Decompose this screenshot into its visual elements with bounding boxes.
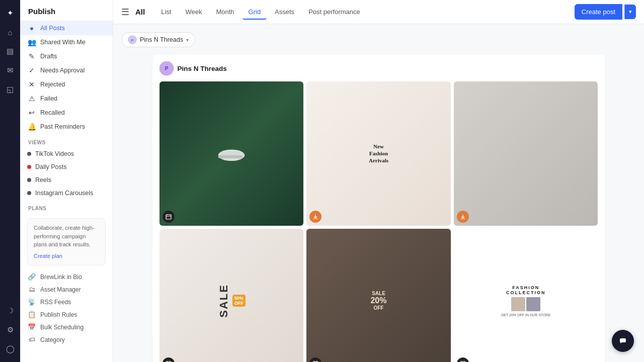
brewlink-icon: 🔗 [27,273,36,281]
post-cell[interactable] [454,81,598,226]
post-cell[interactable]: FASHIONCOLLECTION GET 20% OFF IN OUR STO… [454,229,598,362]
approval-icon: ✓ [27,66,36,74]
daily-dot [27,165,31,169]
plans-box: Collaborate, create high-performing camp… [27,218,106,265]
tab-grid[interactable]: Grid [243,5,267,20]
tab-week[interactable]: Week [179,5,208,20]
sidebar-header: Publish [20,0,113,21]
post-cell[interactable]: SALE 50%OFF [159,229,304,362]
sidebar-item-failed[interactable]: ⚠ Failed [20,92,113,106]
sidebar-item-needs-approval[interactable]: ✓ Needs Approval [20,63,113,77]
nav-icon-home[interactable]: ⌂ [2,24,18,40]
content-area: P Pins N Threads ▾ P Pins N Threads [113,24,644,362]
tiktok-dot [27,152,31,156]
account-filter-label: Pins N Threads [140,36,183,43]
svg-rect-9 [170,214,170,215]
main-area: ☰ All List Week Month Grid Assets Post p… [113,0,644,362]
sidebar-item-reels[interactable]: Reels [20,173,113,187]
account-filter-chip[interactable]: P Pins N Threads ▾ [121,32,195,47]
svg-text:P: P [131,38,133,43]
create-post-caret[interactable]: ▾ [624,5,636,19]
filter-bar: P Pins N Threads ▾ [121,32,636,47]
sidebar-item-drafts[interactable]: ✎ Drafts [20,49,113,63]
publish-rules-icon: 📋 [27,311,36,318]
tab-list[interactable]: List [155,5,177,20]
icon-bar: ✦ ⌂ ▤ ✉ ◱ ☽ ⚙ ◯ [0,0,20,362]
nav-icon-calendar[interactable]: ▤ [2,43,18,59]
group-name: Pins N Threads [178,65,227,72]
sidebar-item-rejected[interactable]: ✕ Rejected [20,77,113,92]
tab-month[interactable]: Month [210,5,240,20]
chat-bubble[interactable] [612,330,634,352]
post-cell[interactable] [159,81,304,226]
create-post-button[interactable]: Create post [575,4,622,20]
sidebar-item-asset-manager[interactable]: 🗂 Asset Manager [20,283,113,296]
post-grid: NewFashionArrivals [159,81,598,362]
rejected-icon: ✕ [27,80,36,88]
all-posts-icon: ● [27,24,36,32]
group-avatar: P [159,61,174,75]
shared-icon: 👥 [27,38,36,46]
brand-icon[interactable]: ✦ [2,5,18,21]
plans-label: PLANS [20,200,113,213]
group-header: P Pins N Threads [159,61,598,75]
sidebar-item-brewlink[interactable]: 🔗 BrewLink in Bio [20,270,113,283]
nav-icon-chat[interactable]: ✉ [2,62,18,78]
post-cell[interactable]: SALE20%OFF [306,229,451,362]
sidebar-item-publish-rules[interactable]: 📋 Publish Rules [20,308,113,321]
grid-group: P Pins N Threads [152,54,605,362]
sidebar-item-instagram-carousels[interactable]: Instagram Carousels [20,187,113,200]
sidebar: Publish ● All Posts 👥 Shared With Me ✎ D… [20,0,113,362]
nav-icon-settings[interactable]: ⚙ [2,322,18,338]
sidebar-item-shared[interactable]: 👥 Shared With Me [20,35,113,49]
account-avatar: P [128,35,137,44]
topbar-title: All [135,8,145,16]
asset-manager-icon: 🗂 [27,286,36,293]
sidebar-item-rss-feeds[interactable]: 📡 RSS Feeds [20,296,113,308]
sidebar-item-all-posts[interactable]: ● All Posts [20,21,113,35]
sidebar-item-category[interactable]: 🏷 Category [20,333,113,346]
sidebar-item-bulk-scheduling[interactable]: 📅 Bulk Scheduling [20,321,113,333]
rss-icon: 📡 [27,298,36,306]
tab-post-performance[interactable]: Post performance [302,5,366,20]
svg-rect-7 [166,215,171,219]
svg-text:P: P [165,66,168,71]
reels-dot [27,178,31,182]
drafts-icon: ✎ [27,52,36,60]
nav-icon-user[interactable]: ◯ [2,341,18,357]
post-badge-download [309,211,321,223]
failed-icon: ⚠ [27,95,36,103]
nav-icon-analytics[interactable]: ◱ [2,81,18,98]
sidebar-item-tiktok[interactable]: TikTok Videos [20,147,113,160]
topbar: ☰ All List Week Month Grid Assets Post p… [113,0,644,24]
post-cell[interactable]: NewFashionArrivals [306,81,451,226]
category-icon: 🏷 [27,336,36,343]
bulk-scheduling-icon: 📅 [27,323,36,331]
recalled-icon: ↩ [27,109,36,117]
create-plan-link[interactable]: Create plan [34,252,99,260]
carousels-dot [27,191,31,195]
svg-rect-8 [167,214,168,215]
nav-icon-moon[interactable]: ☽ [2,303,18,319]
menu-icon[interactable]: ☰ [121,7,129,18]
sidebar-item-recalled[interactable]: ↩ Recalled [20,106,113,120]
views-label: VIEWS [20,134,113,147]
sidebar-item-past-reminders[interactable]: 🔔 Past Reminders [20,120,113,134]
filter-caret-icon: ▾ [186,37,189,43]
reminders-icon: 🔔 [27,123,36,131]
post-badge-download [457,211,469,223]
post-badge-calendar [163,211,175,223]
tab-assets[interactable]: Assets [269,5,300,20]
sidebar-item-daily[interactable]: Daily Posts [20,160,113,173]
